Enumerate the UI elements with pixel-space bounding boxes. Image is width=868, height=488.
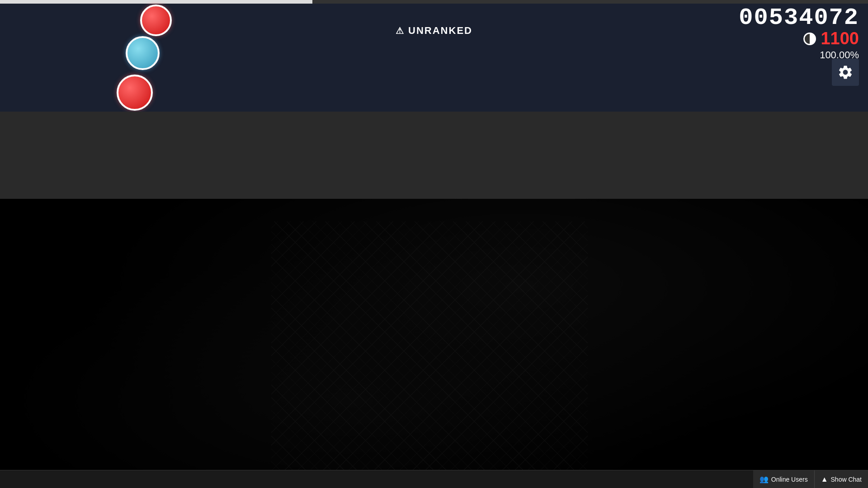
- combo-number: 1100: [821, 29, 859, 48]
- note-red-mid: [117, 75, 153, 111]
- combo-clock-icon: [803, 33, 816, 45]
- users-icon: 👥: [760, 475, 769, 483]
- show-chat-label: Show Chat: [831, 476, 862, 483]
- game-area: ⚠ UNRANKED 00534072 1100 100.00% 467: [0, 0, 868, 199]
- show-chat-button[interactable]: ▲ Show Chat: [815, 470, 868, 488]
- bottom-bar: 👥 Online Users ▲ Show Chat: [0, 470, 868, 488]
- online-users-label: Online Users: [771, 476, 808, 483]
- unranked-text: UNRANKED: [408, 25, 472, 37]
- unranked-label: ⚠ UNRANKED: [396, 25, 472, 37]
- score-number: 00534072: [739, 5, 859, 31]
- note-red-top: [140, 5, 172, 36]
- note-blue: [126, 36, 160, 70]
- progress-bar-fill: [0, 0, 312, 4]
- chat-icon: ▲: [821, 475, 828, 483]
- bottom-area: [0, 199, 868, 488]
- score-display: 00534072 1100 100.00%: [739, 5, 859, 61]
- score-combo-row: 1100: [739, 29, 859, 48]
- online-users-button[interactable]: 👥 Online Users: [753, 470, 815, 488]
- progress-bar-container: [0, 0, 868, 4]
- warning-icon: ⚠: [396, 25, 405, 36]
- gear-icon: [837, 64, 854, 80]
- settings-button[interactable]: [832, 59, 859, 86]
- hit-zone-bar: 467: [0, 112, 868, 199]
- background-overlay: [271, 221, 588, 474]
